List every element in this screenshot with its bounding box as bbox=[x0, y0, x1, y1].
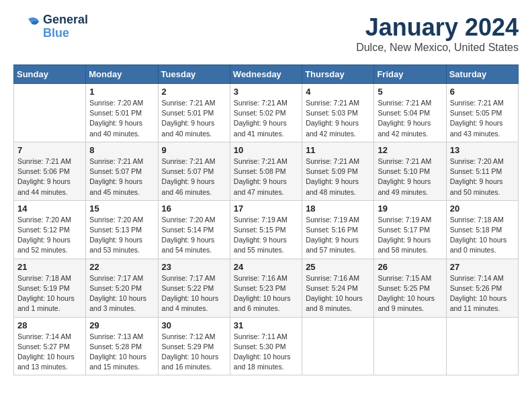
calendar-cell: 31 Sunrise: 7:11 AM Sunset: 5:30 PM Dayl… bbox=[230, 317, 302, 375]
logo-blue: Blue bbox=[43, 27, 88, 40]
daylight: Daylight: 10 hours and 15 minutes. bbox=[89, 353, 146, 371]
calendar-week-row: 14 Sunrise: 7:20 AM Sunset: 5:12 PM Dayl… bbox=[14, 200, 519, 259]
day-number: 25 bbox=[306, 262, 370, 272]
sunset: Sunset: 5:19 PM bbox=[17, 284, 70, 292]
day-number: 18 bbox=[306, 203, 370, 214]
sunrise: Sunrise: 7:19 AM bbox=[306, 216, 359, 224]
sunrise: Sunrise: 7:18 AM bbox=[17, 274, 71, 282]
day-info: Sunrise: 7:21 AM Sunset: 5:07 PM Dayligh… bbox=[89, 156, 154, 197]
day-of-week-header: Wednesday bbox=[230, 65, 302, 84]
day-number: 13 bbox=[450, 145, 515, 155]
sunrise: Sunrise: 7:21 AM bbox=[17, 157, 71, 165]
daylight: Daylight: 9 hours and 57 minutes. bbox=[306, 236, 359, 254]
sunrise: Sunrise: 7:16 AM bbox=[306, 274, 359, 282]
daylight: Daylight: 10 hours and 9 minutes. bbox=[378, 294, 435, 312]
calendar-week-row: 21 Sunrise: 7:18 AM Sunset: 5:19 PM Dayl… bbox=[14, 259, 519, 317]
calendar-cell: 19 Sunrise: 7:19 AM Sunset: 5:17 PM Dayl… bbox=[374, 200, 446, 259]
sunset: Sunset: 5:26 PM bbox=[450, 284, 502, 292]
calendar-cell: 21 Sunrise: 7:18 AM Sunset: 5:19 PM Dayl… bbox=[14, 259, 86, 317]
daylight: Daylight: 9 hours and 53 minutes. bbox=[89, 236, 142, 254]
sunrise: Sunrise: 7:19 AM bbox=[234, 216, 287, 224]
daylight: Daylight: 10 hours and 16 minutes. bbox=[162, 353, 219, 371]
sunrise: Sunrise: 7:13 AM bbox=[89, 332, 143, 340]
day-number: 15 bbox=[89, 203, 154, 214]
sunrise: Sunrise: 7:21 AM bbox=[234, 99, 287, 107]
daylight: Daylight: 9 hours and 41 minutes. bbox=[234, 119, 287, 137]
day-number: 10 bbox=[234, 145, 298, 155]
daylight: Daylight: 9 hours and 44 minutes. bbox=[17, 177, 71, 195]
day-number: 24 bbox=[234, 262, 298, 272]
calendar-cell: 7 Sunrise: 7:21 AM Sunset: 5:06 PM Dayli… bbox=[14, 142, 86, 200]
daylight: Daylight: 9 hours and 48 minutes. bbox=[306, 177, 359, 195]
sunset: Sunset: 5:24 PM bbox=[306, 284, 358, 292]
day-info: Sunrise: 7:12 AM Sunset: 5:29 PM Dayligh… bbox=[162, 332, 226, 373]
day-info: Sunrise: 7:16 AM Sunset: 5:24 PM Dayligh… bbox=[306, 273, 370, 314]
day-info: Sunrise: 7:18 AM Sunset: 5:18 PM Dayligh… bbox=[450, 215, 515, 256]
calendar-cell: 18 Sunrise: 7:19 AM Sunset: 5:16 PM Dayl… bbox=[302, 200, 374, 259]
daylight: Daylight: 9 hours and 42 minutes. bbox=[378, 119, 431, 137]
calendar-cell: 9 Sunrise: 7:21 AM Sunset: 5:07 PM Dayli… bbox=[158, 142, 230, 200]
sunrise: Sunrise: 7:20 AM bbox=[450, 157, 504, 165]
day-info: Sunrise: 7:21 AM Sunset: 5:03 PM Dayligh… bbox=[306, 98, 370, 139]
day-number: 3 bbox=[234, 87, 298, 97]
sunrise: Sunrise: 7:21 AM bbox=[378, 99, 431, 107]
calendar-cell: 30 Sunrise: 7:12 AM Sunset: 5:29 PM Dayl… bbox=[158, 317, 230, 375]
sunset: Sunset: 5:08 PM bbox=[234, 167, 286, 175]
day-info: Sunrise: 7:17 AM Sunset: 5:20 PM Dayligh… bbox=[89, 273, 154, 314]
day-number: 14 bbox=[17, 203, 82, 214]
day-number: 17 bbox=[234, 203, 298, 214]
day-info: Sunrise: 7:20 AM Sunset: 5:12 PM Dayligh… bbox=[17, 215, 82, 256]
daylight: Daylight: 9 hours and 40 minutes. bbox=[162, 119, 215, 137]
sunset: Sunset: 5:12 PM bbox=[17, 226, 70, 234]
day-number: 6 bbox=[450, 87, 515, 97]
sunrise: Sunrise: 7:20 AM bbox=[162, 216, 216, 224]
day-info: Sunrise: 7:21 AM Sunset: 5:01 PM Dayligh… bbox=[162, 98, 226, 139]
sunset: Sunset: 5:02 PM bbox=[234, 109, 286, 117]
calendar-cell: 3 Sunrise: 7:21 AM Sunset: 5:02 PM Dayli… bbox=[230, 84, 302, 142]
calendar-cell: 25 Sunrise: 7:16 AM Sunset: 5:24 PM Dayl… bbox=[302, 259, 374, 317]
day-info: Sunrise: 7:16 AM Sunset: 5:23 PM Dayligh… bbox=[234, 273, 298, 314]
day-info: Sunrise: 7:18 AM Sunset: 5:19 PM Dayligh… bbox=[17, 273, 82, 314]
daylight: Daylight: 9 hours and 45 minutes. bbox=[89, 177, 142, 195]
day-number: 21 bbox=[17, 262, 82, 272]
sunset: Sunset: 5:07 PM bbox=[89, 167, 142, 175]
day-info: Sunrise: 7:21 AM Sunset: 5:10 PM Dayligh… bbox=[378, 156, 442, 197]
calendar-cell: 16 Sunrise: 7:20 AM Sunset: 5:14 PM Dayl… bbox=[158, 200, 230, 259]
day-of-week-header: Tuesday bbox=[158, 65, 230, 84]
sunset: Sunset: 5:07 PM bbox=[162, 167, 214, 175]
day-info: Sunrise: 7:21 AM Sunset: 5:08 PM Dayligh… bbox=[234, 156, 298, 197]
month-title: January 2024 bbox=[356, 13, 519, 42]
sunrise: Sunrise: 7:21 AM bbox=[162, 157, 216, 165]
daylight: Daylight: 9 hours and 42 minutes. bbox=[306, 119, 359, 137]
daylight: Daylight: 9 hours and 50 minutes. bbox=[450, 177, 503, 195]
sunset: Sunset: 5:06 PM bbox=[17, 167, 70, 175]
sunrise: Sunrise: 7:20 AM bbox=[89, 99, 143, 107]
sunset: Sunset: 5:23 PM bbox=[234, 284, 286, 292]
sunrise: Sunrise: 7:21 AM bbox=[162, 99, 216, 107]
sunset: Sunset: 5:03 PM bbox=[306, 109, 358, 117]
sunrise: Sunrise: 7:21 AM bbox=[234, 157, 287, 165]
calendar-cell: 2 Sunrise: 7:21 AM Sunset: 5:01 PM Dayli… bbox=[158, 84, 230, 142]
sunrise: Sunrise: 7:16 AM bbox=[234, 274, 287, 282]
calendar-cell bbox=[446, 317, 518, 375]
sunrise: Sunrise: 7:18 AM bbox=[450, 216, 504, 224]
calendar-cell: 27 Sunrise: 7:14 AM Sunset: 5:26 PM Dayl… bbox=[446, 259, 518, 317]
daylight: Daylight: 9 hours and 40 minutes. bbox=[89, 119, 142, 137]
day-number: 29 bbox=[89, 320, 154, 330]
location: Dulce, New Mexico, United States bbox=[356, 42, 519, 54]
sunrise: Sunrise: 7:14 AM bbox=[450, 274, 504, 282]
sunrise: Sunrise: 7:15 AM bbox=[378, 274, 431, 282]
calendar-cell: 29 Sunrise: 7:13 AM Sunset: 5:28 PM Dayl… bbox=[86, 317, 158, 375]
sunset: Sunset: 5:10 PM bbox=[378, 167, 430, 175]
logo-text: General Blue bbox=[43, 13, 88, 40]
sunset: Sunset: 5:01 PM bbox=[89, 109, 142, 117]
page-header: General Blue January 2024 Dulce, New Mex… bbox=[13, 13, 519, 54]
calendar-cell: 17 Sunrise: 7:19 AM Sunset: 5:15 PM Dayl… bbox=[230, 200, 302, 259]
calendar-cell: 11 Sunrise: 7:21 AM Sunset: 5:09 PM Dayl… bbox=[302, 142, 374, 200]
day-info: Sunrise: 7:19 AM Sunset: 5:15 PM Dayligh… bbox=[234, 215, 298, 256]
day-of-week-header: Saturday bbox=[446, 65, 518, 84]
day-number: 30 bbox=[162, 320, 226, 330]
daylight: Daylight: 9 hours and 46 minutes. bbox=[162, 177, 215, 195]
sunset: Sunset: 5:05 PM bbox=[450, 109, 502, 117]
calendar-cell: 4 Sunrise: 7:21 AM Sunset: 5:03 PM Dayli… bbox=[302, 84, 374, 142]
